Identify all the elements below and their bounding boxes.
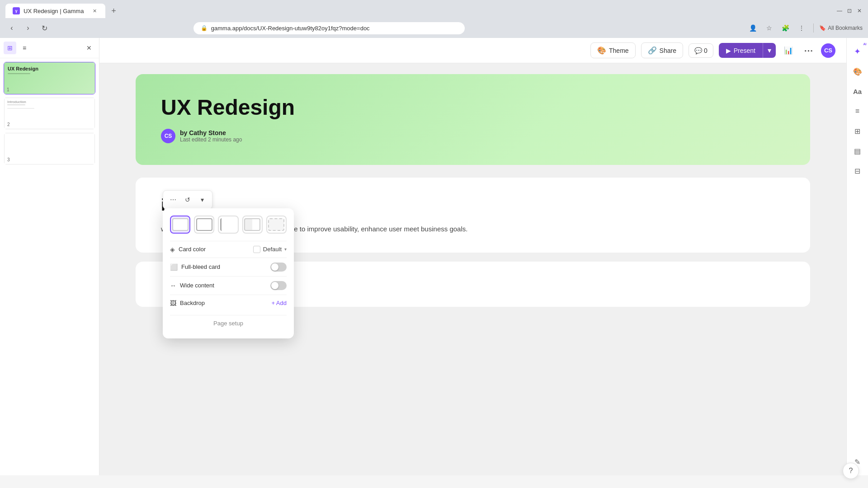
slide-item[interactable]: UX Redesign 1 xyxy=(4,62,95,94)
wide-content-toggle-knob xyxy=(271,282,278,289)
wide-content-toggle[interactable] xyxy=(270,281,287,290)
full-bleed-toggle[interactable] xyxy=(270,263,287,272)
none-style-preview xyxy=(268,218,284,231)
style-option-filled[interactable] xyxy=(170,216,190,234)
ai-button[interactable]: ✦ AI xyxy=(849,43,866,60)
ai-icon: ✦ xyxy=(854,47,861,56)
author-name: by Cathy Stone xyxy=(180,129,242,136)
undo-format-btn[interactable]: ↺ xyxy=(181,193,194,206)
list-btn[interactable]: ⊟ xyxy=(849,163,866,179)
dropdown-arrow-icon: ▾ xyxy=(284,247,287,252)
close-btn[interactable]: ✕ xyxy=(856,8,863,14)
left-border-style-preview xyxy=(220,218,236,231)
typography-icon: Aa xyxy=(853,88,862,95)
comment-button[interactable]: 💬 0 xyxy=(689,43,713,58)
present-button[interactable]: ▶ Present xyxy=(719,43,763,58)
url-text: gamma.app/docs/UX-Redesign-utuw9ty82oy1f… xyxy=(211,25,370,32)
slide-item[interactable]: 3 xyxy=(4,132,95,165)
hero-card: UX Redesign CS by Cathy Stone Last edite… xyxy=(136,74,810,165)
analytics-button[interactable]: 📊 xyxy=(781,43,796,58)
slide-2-number: 2 xyxy=(7,122,10,127)
wide-content-icon: ↔ xyxy=(170,282,176,289)
share-button[interactable]: 🔗 Share xyxy=(641,42,683,58)
back-btn[interactable]: ‹ xyxy=(5,22,18,34)
slide-2-thumbnail: Introduction 2 xyxy=(4,98,95,129)
list-view-btn[interactable]: ≡ xyxy=(18,42,31,54)
typography-btn[interactable]: Aa xyxy=(849,83,866,99)
present-group: ▶ Present ▾ xyxy=(719,43,776,58)
slide-2-line xyxy=(7,104,25,105)
layout-icon: ≡ xyxy=(855,107,859,115)
slide-3-thumbnail: 3 xyxy=(4,133,95,164)
top-toolbar: 🎨 Theme 🔗 Share 💬 0 ▶ Present ▾ 📊 ⋯ CS xyxy=(99,38,846,63)
wide-content-label: ↔ Wide content xyxy=(170,282,270,289)
table-icon: ▤ xyxy=(854,147,861,155)
full-bleed-icon: ⬜ xyxy=(170,263,178,271)
incognito-icon: 👤 xyxy=(746,22,759,34)
style-option-split[interactable] xyxy=(242,216,263,234)
right-sidebar: ✦ AI 🎨 Aa ≡ ⊞ ▤ ⊟ ✎ xyxy=(846,38,868,475)
floating-toolbar: ⋯ ↺ ▾ xyxy=(163,190,212,209)
filled-style-preview xyxy=(172,218,189,231)
refresh-btn[interactable]: ↻ xyxy=(38,22,51,34)
user-avatar[interactable]: CS xyxy=(821,43,835,58)
full-bleed-label: ⬜ Full-bleed card xyxy=(170,263,270,271)
card-hero-section: UX Redesign CS by Cathy Stone Last edite… xyxy=(136,74,810,165)
slide-item[interactable]: Introduction 2 xyxy=(4,97,95,130)
page-setup-btn[interactable]: Page setup xyxy=(170,315,287,331)
forward-btn[interactable]: › xyxy=(22,22,34,34)
more-menu-btn[interactable]: ⋯ xyxy=(167,193,179,206)
table-btn[interactable]: ▤ xyxy=(849,143,866,159)
list-icon: ⊟ xyxy=(854,167,860,175)
style-option-none[interactable] xyxy=(266,216,287,234)
slide-1-number: 1 xyxy=(7,87,9,92)
redo-format-btn[interactable]: ▾ xyxy=(196,193,208,206)
style-options xyxy=(170,216,287,234)
share-icon: 🔗 xyxy=(648,46,657,55)
split-style-preview xyxy=(244,218,260,231)
menu-icon[interactable]: ⋮ xyxy=(795,22,808,34)
bookmarks-label: 🔖 All Bookmarks xyxy=(819,25,863,31)
minimize-btn[interactable]: — xyxy=(836,8,843,14)
new-tab-btn[interactable]: + xyxy=(107,5,120,17)
backdrop-label: 🖼 Backdrop xyxy=(170,300,271,307)
add-backdrop-btn[interactable]: + Add xyxy=(271,300,287,306)
grid-btn[interactable]: ⊞ xyxy=(849,123,866,139)
author-section: CS by Cathy Stone Last edited 2 minutes … xyxy=(161,129,785,143)
help-button[interactable]: ? xyxy=(843,463,859,479)
bookmark-star-icon[interactable]: ☆ xyxy=(763,22,775,34)
card-color-value[interactable]: Default ▾ xyxy=(253,246,287,253)
active-tab[interactable]: γ UX Redesign | Gamma ✕ xyxy=(5,4,105,18)
document-title: UX Redesign xyxy=(161,96,785,120)
present-icon: ▶ xyxy=(726,47,731,54)
content-area: UX Redesign CS by Cathy Stone Last edite… xyxy=(99,63,846,475)
tab-close-btn[interactable]: ✕ xyxy=(91,7,98,14)
wide-content-row: ↔ Wide content xyxy=(170,276,287,295)
address-bar-input[interactable]: 🔒 gamma.app/docs/UX-Redesign-utuw9ty82oy… xyxy=(193,22,465,34)
close-panel-btn[interactable]: ✕ xyxy=(83,42,95,54)
theme-button[interactable]: 🎨 Theme xyxy=(590,42,636,58)
color-settings-btn[interactable]: 🎨 xyxy=(849,63,866,80)
color-wheel-icon: 🎨 xyxy=(853,67,862,76)
full-bleed-row: ⬜ Full-bleed card xyxy=(170,258,287,276)
more-options-button[interactable]: ⋯ xyxy=(801,43,816,58)
ghost-style-preview xyxy=(196,218,212,231)
present-dropdown-btn[interactable]: ▾ xyxy=(763,43,776,58)
card-color-row: ◈ Card color Default ▾ xyxy=(170,241,287,258)
author-avatar: CS xyxy=(161,129,175,143)
slide-2-line2 xyxy=(7,108,34,109)
grid-view-btn[interactable]: ⊞ xyxy=(4,42,16,54)
comment-icon: 💬 xyxy=(694,47,702,54)
slides-panel: UX Redesign 1 Introduction 2 3 xyxy=(0,58,99,475)
slide-1-thumbnail: UX Redesign 1 xyxy=(4,62,95,94)
lock-icon: 🔒 xyxy=(201,25,208,31)
style-option-ghost[interactable] xyxy=(194,216,214,234)
tab-favicon: γ xyxy=(13,7,20,14)
style-option-left-border[interactable] xyxy=(218,216,238,234)
extensions-icon[interactable]: 🧩 xyxy=(779,22,792,34)
card-style-popup: ◈ Card color Default ▾ ⬜ Full xyxy=(163,208,294,338)
author-date: Last edited 2 minutes ago xyxy=(180,136,242,143)
maximize-btn[interactable]: ⊡ xyxy=(846,8,853,14)
layout-btn[interactable]: ≡ xyxy=(849,103,866,119)
slide-2-label: Introduction xyxy=(7,100,26,104)
